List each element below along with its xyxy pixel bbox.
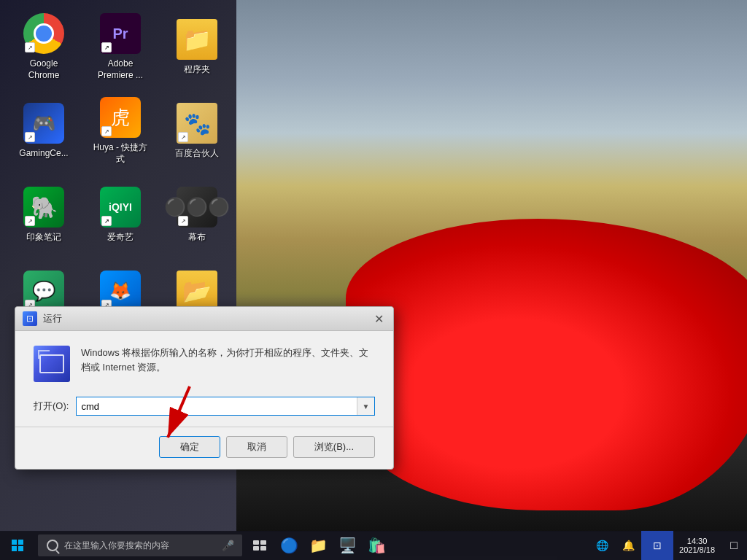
shortcut-arrow: ↗ <box>178 216 188 226</box>
windows-logo-icon <box>12 540 23 551</box>
gamingce-label: GamingCe... <box>19 148 68 160</box>
desktop-icon-gamingce[interactable]: 🎮 ↗ GamingCe... <box>7 91 80 171</box>
iqiyi-label: 爱奇艺 <box>107 232 133 244</box>
run-title-left: ⊡ 运行 <box>23 311 62 326</box>
shortcut-arrow: ↗ <box>101 126 112 136</box>
desktop-icon-baidu[interactable]: 🐾 ↗ 百度合伙人 <box>160 91 233 171</box>
svg-rect-9 <box>260 546 266 551</box>
run-separator <box>15 427 393 427</box>
chrome-label: Google Chrome <box>13 58 74 81</box>
svg-rect-4 <box>12 546 17 551</box>
shortcut-arrow: ↗ <box>101 42 112 52</box>
iqiyi-icon: iQIYI ↗ <box>100 187 141 228</box>
run-description-text: Windows 将根据你所输入的名称，为你打开相应的程序、文件夹、文档或 Int… <box>81 346 375 374</box>
folder-label: 程序夹 <box>184 64 210 76</box>
run-close-button[interactable]: ✕ <box>371 311 386 326</box>
run-big-icon <box>34 346 70 382</box>
desktop-icon-evernote[interactable]: 🐘 ↗ 印象笔记 <box>7 175 80 255</box>
run-open-row: 打开(O): ▼ <box>34 397 375 416</box>
shortcut-arrow: ↗ <box>25 42 35 52</box>
taskbar-qiandao-icon[interactable]: 🔵 <box>274 531 303 560</box>
taskbar: 在这里输入你要搜索的内容 🎤 🔵 📁 🖥️ 🛍️ <box>0 531 747 560</box>
tray-icon-2[interactable]: 🔔 <box>615 531 641 560</box>
mic-icon: 🎤 <box>222 540 233 551</box>
wechat-icon: 💬 ↗ <box>23 271 64 311</box>
run-dropdown-button[interactable]: ▼ <box>357 397 374 415</box>
huya-icon: 虎 ↗ <box>100 97 141 138</box>
desktop-icon-mubu[interactable]: ⚫⚫⚫ ↗ 幕布 <box>160 175 233 255</box>
svg-rect-8 <box>253 546 259 551</box>
notification-center[interactable]: □ <box>721 531 747 560</box>
tray-symbol-2: 🔔 <box>622 540 635 551</box>
run-ok-button[interactable]: 确定 <box>159 436 220 458</box>
desktop-icon-iqiyi[interactable]: iQIYI ↗ 爱奇艺 <box>84 175 157 255</box>
desktop: ↗ Google Chrome Pr ↗ Adobe Premiere ... … <box>0 0 747 560</box>
system-clock[interactable]: 14:30 2021/8/18 <box>673 531 721 560</box>
store-symbol: 🛍️ <box>368 537 386 554</box>
folder-symbol: 📁 <box>309 537 328 554</box>
baidu-icon: 🐾 ↗ <box>177 103 217 144</box>
shortcut-arrow: ↗ <box>25 132 35 142</box>
taskbar-ie-icon[interactable]: 🖥️ <box>333 531 362 560</box>
desktop-icon-folder[interactable]: 📁 程序夹 <box>160 7 233 88</box>
desktop-icon-adobe-pr[interactable]: Pr ↗ Adobe Premiere ... <box>84 7 157 88</box>
folder-icon: 📁 <box>177 19 217 60</box>
taskbar-right: 🌐 🔔 ⊡ 14:30 2021/8/18 □ <box>589 531 747 560</box>
search-bar[interactable]: 在这里输入你要搜索的内容 🎤 <box>38 534 242 556</box>
evernote-label: 印象笔记 <box>26 232 61 244</box>
svg-rect-6 <box>253 540 259 545</box>
qiandao-symbol: 🔵 <box>280 537 298 554</box>
taskbar-store-icon[interactable]: 🛍️ <box>362 531 391 560</box>
adobe-pr-label: Adobe Premiere ... <box>90 58 151 81</box>
mubu-label: 幕布 <box>188 232 206 244</box>
mubu-icon: ⚫⚫⚫ ↗ <box>177 187 217 228</box>
chrome-icon: ↗ <box>23 13 64 54</box>
baidu-label: 百度合伙人 <box>175 148 219 160</box>
notification-symbol: □ <box>730 539 738 552</box>
taskbar-folder-icon[interactable]: 📁 <box>303 531 333 560</box>
start-button[interactable] <box>0 531 35 560</box>
clock-time: 14:30 <box>687 537 708 545</box>
run-command-input[interactable] <box>77 398 357 415</box>
tray-symbol-1: 🌐 <box>596 540 608 551</box>
desktop-icon-huya[interactable]: 虎 ↗ Huya - 快捷方式 <box>84 91 157 171</box>
task-view-icon <box>253 540 266 551</box>
newfolder-icon: 📂 <box>177 271 217 311</box>
huya-label: Huya - 快捷方式 <box>90 142 151 165</box>
svg-rect-5 <box>18 546 23 551</box>
gamingce-icon: 🎮 ↗ <box>23 103 64 144</box>
clock-date: 2021/8/18 <box>679 545 715 554</box>
run-open-label: 打开(O): <box>34 400 69 413</box>
svg-rect-7 <box>260 540 266 545</box>
search-placeholder: 在这里输入你要搜索的内容 <box>64 540 169 552</box>
shortcut-arrow: ↗ <box>25 216 35 226</box>
search-icon <box>47 540 58 551</box>
run-input-wrapper: ▼ <box>76 397 375 416</box>
run-cancel-button[interactable]: 取消 <box>226 436 287 458</box>
task-view-button[interactable] <box>245 531 274 560</box>
run-buttons-row: 确定 取消 浏览(B)... <box>34 436 375 458</box>
ie-symbol: 🖥️ <box>338 537 357 554</box>
tray-icon-gaming[interactable]: ⊡ <box>641 531 673 560</box>
svg-rect-3 <box>18 540 23 545</box>
svg-rect-2 <box>12 540 17 545</box>
adobe-pr-icon: Pr ↗ <box>100 13 141 54</box>
qqbrowser-icon: 🦊 ↗ <box>100 271 141 311</box>
run-dialog-body: Windows 将根据你所输入的名称，为你打开相应的程序、文件夹、文档或 Int… <box>15 331 393 469</box>
run-title-icon: ⊡ <box>23 311 37 326</box>
run-dialog: ⊡ 运行 ✕ Windows 将根据你所输入的名称，为你打开相应的程序、文件夹、… <box>15 306 394 470</box>
run-dialog-titlebar[interactable]: ⊡ 运行 ✕ <box>15 307 393 331</box>
evernote-icon: 🐘 ↗ <box>23 187 64 228</box>
run-browse-button[interactable]: 浏览(B)... <box>293 436 375 458</box>
shortcut-arrow: ↗ <box>101 216 112 226</box>
tray-icon-1[interactable]: 🌐 <box>589 531 615 560</box>
run-dialog-header: Windows 将根据你所输入的名称，为你打开相应的程序、文件夹、文档或 Int… <box>34 346 375 382</box>
shortcut-arrow: ↗ <box>178 132 188 142</box>
car-image <box>346 219 747 510</box>
desktop-icon-chrome[interactable]: ↗ Google Chrome <box>7 7 80 88</box>
run-title-text: 运行 <box>43 312 62 325</box>
tray-gaming-symbol: ⊡ <box>653 540 662 551</box>
